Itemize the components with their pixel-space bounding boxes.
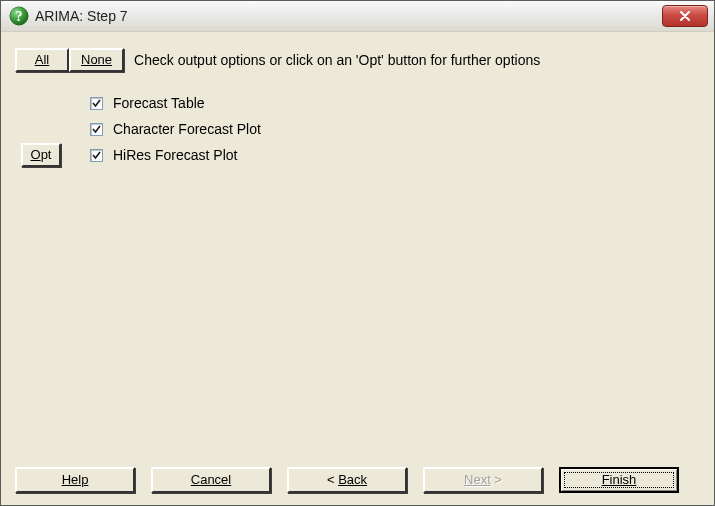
footer-buttons: Help Cancel < Back Next > Finish <box>15 459 700 493</box>
checkbox-slot <box>83 97 109 110</box>
checkbox[interactable] <box>90 97 103 110</box>
checkbox-slot <box>83 123 109 136</box>
checkbox-slot <box>83 149 109 162</box>
check-icon <box>91 98 102 109</box>
cancel-button[interactable]: Cancel <box>151 467 271 493</box>
option-row: OptHiRes Forecast Plot <box>15 142 700 168</box>
close-button[interactable] <box>662 5 708 27</box>
all-button[interactable]: All <box>15 48 69 72</box>
none-button[interactable]: None <box>69 48 124 72</box>
check-icon <box>91 124 102 135</box>
instruction-text: Check output options or click on an 'Opt… <box>134 52 540 68</box>
option-row: Forecast Table <box>15 90 700 116</box>
checkbox[interactable] <box>90 123 103 136</box>
dialog-title: ARIMA: Step 7 <box>35 8 662 24</box>
options-list: Forecast TableCharacter Forecast PlotOpt… <box>15 90 700 168</box>
help-icon: ? <box>9 6 29 26</box>
option-label: Character Forecast Plot <box>109 121 261 137</box>
dialog-window: ? ARIMA: Step 7 All None Check output op… <box>0 0 715 506</box>
close-icon <box>679 11 691 21</box>
option-label: HiRes Forecast Plot <box>109 147 237 163</box>
option-label: Forecast Table <box>109 95 205 111</box>
opt-button[interactable]: Opt <box>21 143 61 167</box>
svg-text:?: ? <box>16 9 23 24</box>
finish-button[interactable]: Finish <box>559 467 679 493</box>
help-button[interactable]: Help <box>15 467 135 493</box>
option-row: Character Forecast Plot <box>15 116 700 142</box>
next-button: Next > <box>423 467 543 493</box>
titlebar: ? ARIMA: Step 7 <box>1 1 714 32</box>
back-button[interactable]: < Back <box>287 467 407 493</box>
opt-button-slot: Opt <box>15 143 83 167</box>
toolbar-row: All None Check output options or click o… <box>15 48 700 72</box>
checkbox[interactable] <box>90 149 103 162</box>
check-icon <box>91 150 102 161</box>
client-area: All None Check output options or click o… <box>1 32 714 505</box>
